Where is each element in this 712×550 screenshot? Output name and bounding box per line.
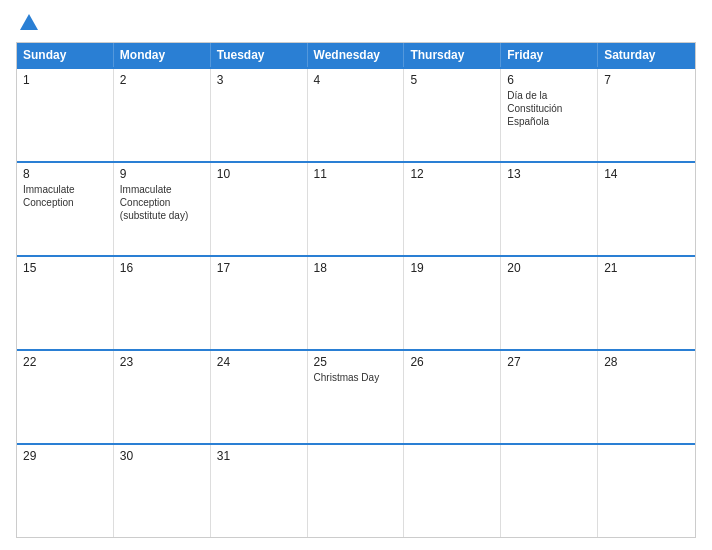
day-number: 18 xyxy=(314,261,398,275)
calendar-cell: 8Immaculate Conception xyxy=(17,163,114,255)
calendar-cell: 19 xyxy=(404,257,501,349)
calendar-cell: 4 xyxy=(308,69,405,161)
holiday-text: Christmas Day xyxy=(314,371,398,384)
header-friday: Friday xyxy=(501,43,598,67)
day-number: 14 xyxy=(604,167,689,181)
day-number: 30 xyxy=(120,449,204,463)
calendar-cell: 13 xyxy=(501,163,598,255)
day-number: 19 xyxy=(410,261,494,275)
calendar-cell: 15 xyxy=(17,257,114,349)
header-thursday: Thursday xyxy=(404,43,501,67)
day-number: 16 xyxy=(120,261,204,275)
calendar-cell: 2 xyxy=(114,69,211,161)
day-number: 9 xyxy=(120,167,204,181)
day-number: 5 xyxy=(410,73,494,87)
day-number: 3 xyxy=(217,73,301,87)
logo-icon xyxy=(18,12,40,34)
calendar-header: Sunday Monday Tuesday Wednesday Thursday… xyxy=(17,43,695,67)
calendar-week-1: 123456Día de la Constitución Española7 xyxy=(17,67,695,161)
calendar-week-3: 15161718192021 xyxy=(17,255,695,349)
svg-marker-0 xyxy=(20,14,38,30)
calendar-cell: 5 xyxy=(404,69,501,161)
header xyxy=(16,12,696,34)
calendar-cell: 10 xyxy=(211,163,308,255)
holiday-text: Immaculate Conception (substitute day) xyxy=(120,183,204,222)
calendar-cell xyxy=(308,445,405,537)
calendar-cell: 6Día de la Constitución Española xyxy=(501,69,598,161)
holiday-text: Immaculate Conception xyxy=(23,183,107,209)
calendar-cell: 18 xyxy=(308,257,405,349)
calendar: Sunday Monday Tuesday Wednesday Thursday… xyxy=(16,42,696,538)
calendar-cell: 17 xyxy=(211,257,308,349)
calendar-week-4: 22232425Christmas Day262728 xyxy=(17,349,695,443)
day-number: 23 xyxy=(120,355,204,369)
calendar-cell: 11 xyxy=(308,163,405,255)
header-saturday: Saturday xyxy=(598,43,695,67)
day-number: 10 xyxy=(217,167,301,181)
calendar-cell: 23 xyxy=(114,351,211,443)
day-number: 22 xyxy=(23,355,107,369)
calendar-body: 123456Día de la Constitución Española78I… xyxy=(17,67,695,537)
calendar-cell: 24 xyxy=(211,351,308,443)
day-number: 25 xyxy=(314,355,398,369)
day-number: 28 xyxy=(604,355,689,369)
holiday-text: Día de la Constitución Española xyxy=(507,89,591,128)
day-number: 12 xyxy=(410,167,494,181)
header-sunday: Sunday xyxy=(17,43,114,67)
day-number: 20 xyxy=(507,261,591,275)
day-number: 6 xyxy=(507,73,591,87)
page: Sunday Monday Tuesday Wednesday Thursday… xyxy=(0,0,712,550)
calendar-cell: 14 xyxy=(598,163,695,255)
day-number: 29 xyxy=(23,449,107,463)
calendar-week-5: 293031 xyxy=(17,443,695,537)
day-number: 31 xyxy=(217,449,301,463)
day-number: 7 xyxy=(604,73,689,87)
logo xyxy=(16,12,40,34)
calendar-week-2: 8Immaculate Conception9Immaculate Concep… xyxy=(17,161,695,255)
calendar-cell: 21 xyxy=(598,257,695,349)
calendar-cell xyxy=(501,445,598,537)
calendar-cell: 29 xyxy=(17,445,114,537)
day-number: 2 xyxy=(120,73,204,87)
day-number: 13 xyxy=(507,167,591,181)
day-number: 15 xyxy=(23,261,107,275)
day-number: 4 xyxy=(314,73,398,87)
calendar-cell: 31 xyxy=(211,445,308,537)
calendar-cell: 28 xyxy=(598,351,695,443)
day-number: 21 xyxy=(604,261,689,275)
calendar-cell: 9Immaculate Conception (substitute day) xyxy=(114,163,211,255)
calendar-cell: 12 xyxy=(404,163,501,255)
day-number: 26 xyxy=(410,355,494,369)
day-number: 1 xyxy=(23,73,107,87)
calendar-cell: 30 xyxy=(114,445,211,537)
header-wednesday: Wednesday xyxy=(308,43,405,67)
calendar-cell xyxy=(598,445,695,537)
day-number: 17 xyxy=(217,261,301,275)
calendar-cell: 16 xyxy=(114,257,211,349)
calendar-cell: 3 xyxy=(211,69,308,161)
day-number: 27 xyxy=(507,355,591,369)
calendar-cell: 26 xyxy=(404,351,501,443)
header-tuesday: Tuesday xyxy=(211,43,308,67)
calendar-cell: 7 xyxy=(598,69,695,161)
calendar-cell xyxy=(404,445,501,537)
day-number: 8 xyxy=(23,167,107,181)
calendar-cell: 27 xyxy=(501,351,598,443)
calendar-cell: 20 xyxy=(501,257,598,349)
day-number: 24 xyxy=(217,355,301,369)
header-monday: Monday xyxy=(114,43,211,67)
calendar-cell: 1 xyxy=(17,69,114,161)
day-number: 11 xyxy=(314,167,398,181)
calendar-cell: 22 xyxy=(17,351,114,443)
calendar-cell: 25Christmas Day xyxy=(308,351,405,443)
